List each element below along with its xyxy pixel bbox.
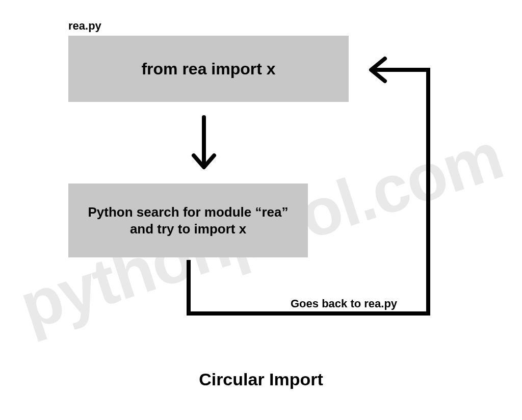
loop-connector-icon [0,0,522,420]
goes-back-label: Goes back to rea.py [291,297,397,310]
diagram-stage: rea.py from rea import x Python search f… [0,0,522,420]
diagram-title: Circular Import [0,370,522,389]
